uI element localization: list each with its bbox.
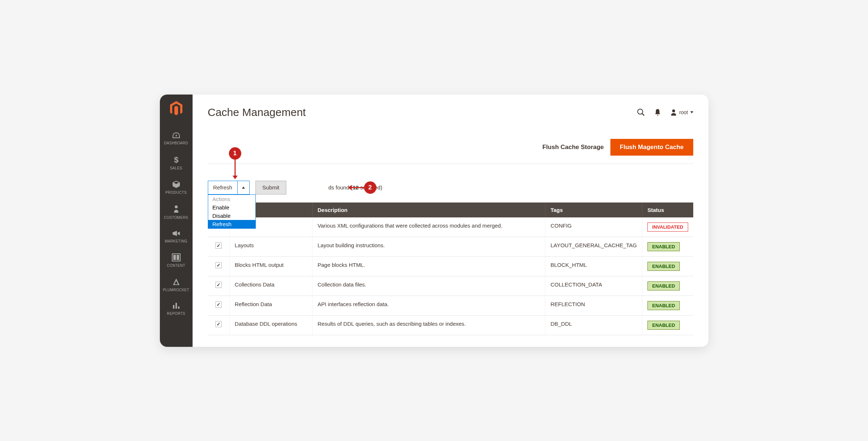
sidebar-item-label: CONTENT bbox=[167, 264, 185, 268]
page-title: Cache Management bbox=[208, 106, 306, 119]
cache-tags-cell: COLLECTION_DATA bbox=[545, 276, 642, 296]
cache-table: ype Description Tags Status ation Variou… bbox=[208, 203, 693, 335]
col-header-status[interactable]: Status bbox=[642, 203, 693, 217]
row-checkbox[interactable] bbox=[215, 321, 222, 327]
dropdown-header: Actions bbox=[208, 195, 255, 203]
status-badge: ENABLED bbox=[647, 301, 680, 310]
row-checkbox[interactable] bbox=[215, 262, 222, 268]
svg-rect-6 bbox=[175, 303, 177, 309]
svg-point-8 bbox=[638, 109, 643, 114]
dropdown-toggle[interactable] bbox=[238, 181, 249, 194]
cache-tags-cell: LAYOUT_GENERAL_CACHE_TAG bbox=[545, 237, 642, 256]
sidebar-item-label: REPORTS bbox=[167, 312, 185, 316]
cache-type-cell: Database DDL operations bbox=[230, 315, 312, 335]
table-row: Blocks HTML output Page blocks HTML. BLO… bbox=[208, 256, 693, 276]
flush-cache-storage-button[interactable]: Flush Cache Storage bbox=[542, 144, 604, 151]
sidebar-item-label: PLUMROCKET bbox=[163, 288, 189, 292]
status-badge: ENABLED bbox=[647, 281, 680, 290]
sidebar-item-products[interactable]: PRODUCTS bbox=[160, 175, 193, 200]
chevron-down-icon bbox=[690, 111, 693, 113]
megaphone-icon bbox=[172, 230, 181, 237]
flush-magento-cache-button[interactable]: Flush Magento Cache bbox=[610, 139, 693, 156]
dropdown-menu: Actions Enable Disable Refresh bbox=[208, 195, 256, 229]
user-icon bbox=[670, 109, 677, 116]
svg-rect-5 bbox=[173, 305, 174, 309]
sidebar-item-content[interactable]: CONTENT bbox=[160, 248, 193, 273]
svg-rect-3 bbox=[173, 255, 176, 260]
actions-dropdown[interactable]: Refresh bbox=[208, 181, 250, 195]
status-badge: ENABLED bbox=[647, 242, 680, 251]
layout-icon bbox=[172, 253, 181, 261]
dropdown-selected-label: Refresh bbox=[208, 181, 238, 194]
cache-description-cell: Layout building instructions. bbox=[312, 237, 545, 256]
row-checkbox[interactable] bbox=[215, 282, 222, 288]
bars-icon bbox=[172, 302, 180, 309]
svg-rect-7 bbox=[178, 306, 179, 309]
user-name: root bbox=[679, 109, 688, 115]
magento-logo-icon bbox=[169, 101, 183, 118]
annotation-1: 1 bbox=[229, 147, 241, 160]
dropdown-option-refresh[interactable]: Refresh bbox=[208, 220, 255, 228]
col-header-description[interactable]: Description bbox=[312, 203, 545, 217]
svg-point-1 bbox=[175, 205, 178, 208]
arrow-left-icon bbox=[348, 185, 364, 190]
header-actions: root bbox=[637, 108, 693, 116]
status-badge: INVALIDATED bbox=[647, 222, 688, 232]
cache-tags-cell: REFLECTION bbox=[545, 296, 642, 315]
sidebar-item-dashboard[interactable]: DASHBOARD bbox=[160, 127, 193, 150]
arrow-down-icon bbox=[233, 160, 238, 179]
table-row: Database DDL operations Results of DDL q… bbox=[208, 315, 693, 335]
gauge-icon bbox=[172, 132, 181, 139]
sidebar-item-plumrocket[interactable]: PLUMROCKET bbox=[160, 273, 193, 297]
user-menu[interactable]: root bbox=[670, 109, 693, 116]
table-row: Layouts Layout building instructions. LA… bbox=[208, 237, 693, 256]
cache-description-cell: Various XML configurations that were col… bbox=[312, 217, 545, 237]
svg-line-9 bbox=[642, 113, 644, 116]
table-row: Reflection Data API interfaces reflectio… bbox=[208, 296, 693, 315]
action-bar: Flush Cache Storage Flush Magento Cache bbox=[208, 139, 693, 164]
sidebar-item-sales[interactable]: $ SALES bbox=[160, 150, 193, 175]
cache-type-cell: Collections Data bbox=[230, 276, 312, 296]
row-checkbox[interactable] bbox=[215, 242, 222, 249]
sidebar-item-label: MARKETING bbox=[165, 239, 187, 243]
triangle-icon bbox=[172, 278, 180, 286]
cache-description-cell: Results of DDL queries, such as describi… bbox=[312, 315, 545, 335]
sidebar-item-label: CUSTOMERS bbox=[164, 216, 188, 220]
sidebar-item-label: DASHBOARD bbox=[164, 141, 188, 145]
col-header-tags[interactable]: Tags bbox=[545, 203, 642, 217]
cache-type-cell: Blocks HTML output bbox=[230, 256, 312, 276]
sidebar-item-label: PRODUCTS bbox=[165, 191, 187, 195]
cache-tags-cell: DB_DDL bbox=[545, 315, 642, 335]
app-window: DASHBOARD $ SALES PRODUCTS CUSTOMERS MAR… bbox=[160, 95, 708, 347]
cache-description-cell: API interfaces reflection data. bbox=[312, 296, 545, 315]
sidebar-item-label: SALES bbox=[170, 166, 182, 170]
svg-point-10 bbox=[672, 109, 675, 112]
person-icon bbox=[173, 205, 180, 213]
toolbar: Refresh Actions Enable Disable Refresh S… bbox=[208, 181, 693, 195]
status-badge: ENABLED bbox=[647, 321, 680, 330]
cache-description-cell: Page blocks HTML. bbox=[312, 256, 545, 276]
search-icon[interactable] bbox=[637, 108, 645, 116]
sidebar-item-marketing[interactable]: MARKETING bbox=[160, 225, 193, 248]
dropdown-option-enable[interactable]: Enable bbox=[208, 203, 255, 212]
sidebar: DASHBOARD $ SALES PRODUCTS CUSTOMERS MAR… bbox=[160, 95, 193, 347]
row-checkbox[interactable] bbox=[215, 301, 222, 308]
cache-type-cell: Layouts bbox=[230, 237, 312, 256]
sidebar-item-reports[interactable]: REPORTS bbox=[160, 297, 193, 321]
dropdown-option-disable[interactable]: Disable bbox=[208, 212, 255, 220]
table-row: Collections Data Collection data files. … bbox=[208, 276, 693, 296]
submit-button[interactable]: Submit bbox=[255, 181, 286, 195]
chevron-up-icon bbox=[242, 187, 245, 189]
cache-description-cell: Collection data files. bbox=[312, 276, 545, 296]
bell-icon[interactable] bbox=[654, 109, 661, 116]
sidebar-item-customers[interactable]: CUSTOMERS bbox=[160, 200, 193, 225]
cache-tags-cell: CONFIG bbox=[545, 217, 642, 237]
svg-rect-4 bbox=[177, 255, 179, 260]
cache-tags-cell: BLOCK_HTML bbox=[545, 256, 642, 276]
status-badge: ENABLED bbox=[647, 262, 680, 271]
table-row: ation Various XML configurations that we… bbox=[208, 217, 693, 237]
dollar-icon: $ bbox=[173, 155, 180, 164]
box-icon bbox=[172, 180, 181, 188]
main-content: Cache Management root Flush Cache Storag… bbox=[193, 95, 708, 347]
svg-text:$: $ bbox=[174, 155, 178, 164]
